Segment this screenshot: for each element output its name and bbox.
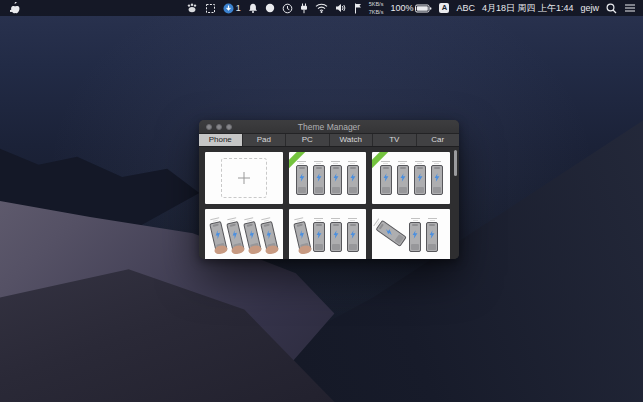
phone-mockup (430, 161, 444, 195)
volume-icon[interactable] (335, 3, 346, 13)
tab-watch[interactable]: Watch (330, 134, 374, 146)
tab-bar: PhonePadPCWatchTVCar (199, 134, 459, 147)
apple-icon (10, 2, 20, 14)
battery-icon (415, 4, 432, 13)
tab-car[interactable]: Car (417, 134, 460, 146)
window-titlebar[interactable]: Theme Manager (199, 120, 459, 134)
menu-clock[interactable]: 4月18日 周四 上午1:44 (482, 0, 574, 16)
add-theme-dropzone (221, 158, 267, 198)
theme-list (199, 147, 459, 259)
theme-manager-window: Theme Manager PhonePadPCWatchTVCar (199, 120, 459, 259)
tab-tv[interactable]: TV (373, 134, 417, 146)
battery-status[interactable]: 100% (390, 0, 432, 16)
update-count: 1 (236, 0, 241, 16)
flag-icon[interactable] (353, 3, 362, 14)
tab-pad[interactable]: Pad (243, 134, 287, 146)
phone-mockup (312, 218, 326, 252)
phone-mockup (425, 218, 439, 252)
wifi-icon[interactable] (315, 3, 328, 13)
phone-mockup (379, 161, 393, 195)
window-title: Theme Manager (199, 122, 459, 132)
phone-mockup (291, 217, 312, 253)
network-up: 5KB/s (369, 1, 384, 7)
network-speed[interactable]: 5KB/s 7KB/s (369, 1, 384, 15)
phone-mockup (329, 161, 343, 195)
desktop: 1 5KB/s 7 (0, 0, 643, 402)
phone-mockup (408, 218, 422, 252)
phone-mockup (346, 161, 360, 195)
apple-menu[interactable] (10, 2, 20, 14)
paw-icon[interactable] (186, 3, 198, 14)
spotlight-icon[interactable] (606, 3, 617, 14)
phone-mockup (329, 218, 343, 252)
thumbnail-add-new-theme[interactable] (205, 152, 283, 204)
tab-pc[interactable]: PC (286, 134, 330, 146)
phone-mockup (295, 161, 309, 195)
input-source-icon[interactable]: A (439, 3, 449, 13)
battery-percent: 100% (390, 0, 413, 16)
username-menu[interactable]: gejw (580, 0, 599, 16)
thumbnail-grid (199, 147, 459, 259)
thumbnail-theme-2[interactable] (372, 152, 450, 204)
scrollbar-thumb[interactable] (454, 150, 457, 176)
phone-mockup (396, 161, 410, 195)
update-badge-icon[interactable]: 1 (223, 0, 241, 16)
bell-icon[interactable] (248, 3, 258, 14)
phone-mockup (372, 217, 407, 248)
phone-mockup (312, 161, 326, 195)
phone-mockup (346, 218, 360, 252)
network-down: 7KB/s (369, 9, 384, 15)
thumbnail-theme-5[interactable] (372, 209, 450, 259)
moon-icon[interactable] (265, 3, 275, 13)
tab-phone[interactable]: Phone (199, 134, 243, 146)
menu-bar: 1 5KB/s 7 (0, 0, 643, 16)
thumbnail-theme-1[interactable] (289, 152, 367, 204)
crop-icon[interactable] (205, 3, 216, 14)
input-method-label[interactable]: ABC (456, 0, 475, 16)
clock-icon[interactable] (282, 3, 293, 14)
notification-center-icon[interactable] (624, 3, 636, 13)
plug-icon[interactable] (300, 3, 308, 14)
phone-mockup (413, 161, 427, 195)
thumbnail-theme-3[interactable] (205, 209, 283, 259)
thumbnail-theme-4[interactable] (289, 209, 367, 259)
